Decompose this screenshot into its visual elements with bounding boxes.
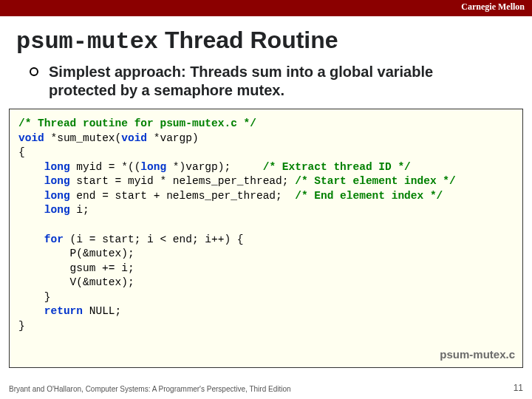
- code-text: *vargp): [147, 132, 199, 144]
- code-text: start = myid * nelems_per_thread;: [70, 175, 296, 187]
- code-comment: /* End element index */: [295, 190, 443, 202]
- code-text: i;: [70, 204, 89, 216]
- footer-attribution: Bryant and O'Hallaron, Computer Systems:…: [9, 385, 291, 393]
- code-comment: /* Thread routine for psum-mutex.c */: [18, 117, 256, 129]
- code-comment: /* Start element index */: [295, 175, 456, 187]
- code-keyword: long: [44, 175, 70, 187]
- code-block: /* Thread routine for psum-mutex.c */ vo…: [9, 109, 523, 368]
- code-text: (i = start; i < end; i++) {: [64, 233, 244, 245]
- bullet-text: Simplest approach: Threads sum into a gl…: [49, 63, 488, 100]
- code-text: gsum += i;: [18, 262, 134, 274]
- code-keyword: return: [44, 305, 83, 317]
- code-text: *)vargp);: [166, 161, 263, 173]
- code-text: *sum_mutex(: [44, 132, 121, 144]
- code-keyword: long: [140, 161, 166, 173]
- code-text: {: [18, 146, 25, 158]
- slide-title: psum-mutex Thread Routine: [16, 27, 532, 55]
- code-keyword: void: [121, 132, 147, 144]
- bullet-item: Simplest approach: Threads sum into a gl…: [30, 63, 488, 100]
- header-bar: Carnegie Mellon: [0, 0, 532, 16]
- code-keyword: long: [44, 161, 70, 173]
- code-keyword: for: [44, 233, 64, 245]
- code-text: end = start + nelems_per_thread;: [70, 190, 296, 202]
- file-label: psum-mutex.c: [440, 347, 515, 362]
- code-text: NULL;: [83, 305, 121, 317]
- code-text: myid = *((: [70, 161, 141, 173]
- code-keyword: long: [44, 190, 70, 202]
- code-text: }: [18, 291, 51, 303]
- brand-label: Carnegie Mellon: [461, 1, 525, 13]
- code-text: P(&mutex);: [18, 248, 134, 259]
- code-text: V(&mutex);: [18, 276, 134, 288]
- title-rest: Thread Routine: [158, 27, 338, 53]
- footer: Bryant and O'Hallaron, Computer Systems:…: [9, 383, 523, 393]
- title-code: psum-mutex: [16, 28, 158, 55]
- code-keyword: void: [18, 132, 44, 144]
- slide: Carnegie Mellon psum-mutex Thread Routin…: [0, 0, 532, 399]
- bullet-marker-icon: [30, 67, 38, 76]
- code-comment: /* Extract thread ID */: [263, 161, 411, 173]
- bullet-list: Simplest approach: Threads sum into a gl…: [30, 63, 532, 100]
- code-text: }: [18, 320, 25, 332]
- code-keyword: long: [44, 204, 70, 216]
- page-number: 11: [514, 383, 523, 393]
